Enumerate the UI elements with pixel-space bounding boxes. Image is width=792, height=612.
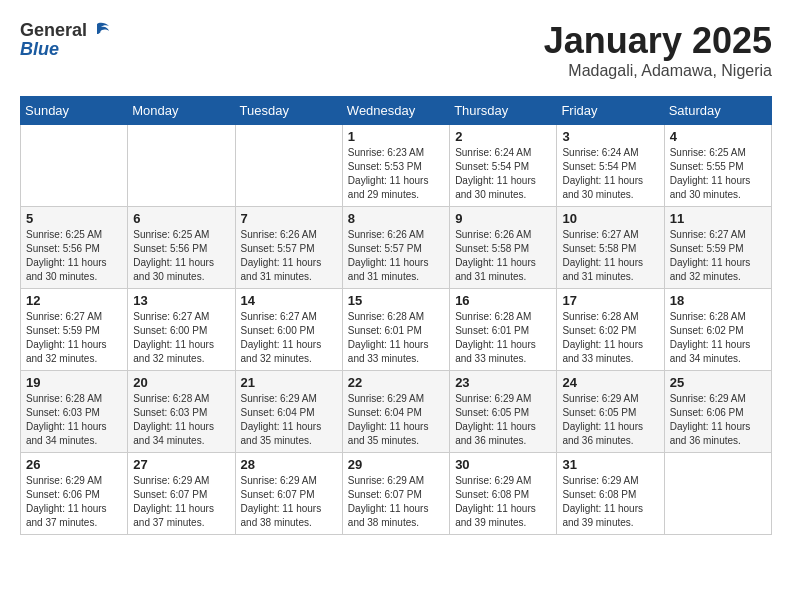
day-number: 17 [562, 293, 658, 308]
calendar-cell: 12 Sunrise: 6:27 AMSunset: 5:59 PMDaylig… [21, 289, 128, 371]
calendar-cell: 31 Sunrise: 6:29 AMSunset: 6:08 PMDaylig… [557, 453, 664, 535]
day-number: 24 [562, 375, 658, 390]
calendar-cell: 27 Sunrise: 6:29 AMSunset: 6:07 PMDaylig… [128, 453, 235, 535]
day-number: 16 [455, 293, 551, 308]
day-info: Sunrise: 6:29 AMSunset: 6:06 PMDaylight:… [670, 393, 751, 446]
logo-blue-text: Blue [20, 40, 111, 60]
logo-bird-icon [89, 20, 111, 42]
calendar-cell [235, 125, 342, 207]
day-number: 7 [241, 211, 337, 226]
weekday-header-monday: Monday [128, 97, 235, 125]
logo: General Blue [20, 20, 111, 60]
calendar-cell: 1 Sunrise: 6:23 AMSunset: 5:53 PMDayligh… [342, 125, 449, 207]
day-number: 4 [670, 129, 766, 144]
calendar-cell: 8 Sunrise: 6:26 AMSunset: 5:57 PMDayligh… [342, 207, 449, 289]
day-number: 12 [26, 293, 122, 308]
calendar-cell: 11 Sunrise: 6:27 AMSunset: 5:59 PMDaylig… [664, 207, 771, 289]
day-info: Sunrise: 6:27 AMSunset: 5:58 PMDaylight:… [562, 229, 643, 282]
calendar-cell: 15 Sunrise: 6:28 AMSunset: 6:01 PMDaylig… [342, 289, 449, 371]
calendar-cell: 3 Sunrise: 6:24 AMSunset: 5:54 PMDayligh… [557, 125, 664, 207]
day-number: 19 [26, 375, 122, 390]
day-info: Sunrise: 6:27 AMSunset: 6:00 PMDaylight:… [241, 311, 322, 364]
day-info: Sunrise: 6:27 AMSunset: 5:59 PMDaylight:… [26, 311, 107, 364]
day-info: Sunrise: 6:24 AMSunset: 5:54 PMDaylight:… [455, 147, 536, 200]
day-info: Sunrise: 6:28 AMSunset: 6:01 PMDaylight:… [455, 311, 536, 364]
month-title: January 2025 [544, 20, 772, 62]
calendar-cell: 5 Sunrise: 6:25 AMSunset: 5:56 PMDayligh… [21, 207, 128, 289]
calendar-cell: 18 Sunrise: 6:28 AMSunset: 6:02 PMDaylig… [664, 289, 771, 371]
day-number: 5 [26, 211, 122, 226]
day-info: Sunrise: 6:29 AMSunset: 6:05 PMDaylight:… [562, 393, 643, 446]
day-info: Sunrise: 6:29 AMSunset: 6:05 PMDaylight:… [455, 393, 536, 446]
day-info: Sunrise: 6:23 AMSunset: 5:53 PMDaylight:… [348, 147, 429, 200]
calendar-week-row: 5 Sunrise: 6:25 AMSunset: 5:56 PMDayligh… [21, 207, 772, 289]
calendar-cell: 14 Sunrise: 6:27 AMSunset: 6:00 PMDaylig… [235, 289, 342, 371]
day-info: Sunrise: 6:25 AMSunset: 5:56 PMDaylight:… [133, 229, 214, 282]
day-info: Sunrise: 6:29 AMSunset: 6:04 PMDaylight:… [241, 393, 322, 446]
day-number: 15 [348, 293, 444, 308]
weekday-header-row: SundayMondayTuesdayWednesdayThursdayFrid… [21, 97, 772, 125]
day-info: Sunrise: 6:24 AMSunset: 5:54 PMDaylight:… [562, 147, 643, 200]
weekday-header-wednesday: Wednesday [342, 97, 449, 125]
calendar-cell: 16 Sunrise: 6:28 AMSunset: 6:01 PMDaylig… [450, 289, 557, 371]
day-info: Sunrise: 6:26 AMSunset: 5:58 PMDaylight:… [455, 229, 536, 282]
calendar-cell: 17 Sunrise: 6:28 AMSunset: 6:02 PMDaylig… [557, 289, 664, 371]
day-number: 26 [26, 457, 122, 472]
weekday-header-friday: Friday [557, 97, 664, 125]
day-info: Sunrise: 6:28 AMSunset: 6:03 PMDaylight:… [26, 393, 107, 446]
calendar-cell: 21 Sunrise: 6:29 AMSunset: 6:04 PMDaylig… [235, 371, 342, 453]
day-info: Sunrise: 6:29 AMSunset: 6:08 PMDaylight:… [562, 475, 643, 528]
day-info: Sunrise: 6:26 AMSunset: 5:57 PMDaylight:… [241, 229, 322, 282]
day-number: 13 [133, 293, 229, 308]
calendar-week-row: 12 Sunrise: 6:27 AMSunset: 5:59 PMDaylig… [21, 289, 772, 371]
weekday-header-saturday: Saturday [664, 97, 771, 125]
day-number: 14 [241, 293, 337, 308]
day-number: 6 [133, 211, 229, 226]
calendar-cell: 9 Sunrise: 6:26 AMSunset: 5:58 PMDayligh… [450, 207, 557, 289]
day-number: 21 [241, 375, 337, 390]
day-number: 29 [348, 457, 444, 472]
calendar-cell: 30 Sunrise: 6:29 AMSunset: 6:08 PMDaylig… [450, 453, 557, 535]
day-info: Sunrise: 6:29 AMSunset: 6:06 PMDaylight:… [26, 475, 107, 528]
calendar-cell: 7 Sunrise: 6:26 AMSunset: 5:57 PMDayligh… [235, 207, 342, 289]
calendar-cell: 23 Sunrise: 6:29 AMSunset: 6:05 PMDaylig… [450, 371, 557, 453]
day-info: Sunrise: 6:26 AMSunset: 5:57 PMDaylight:… [348, 229, 429, 282]
day-number: 25 [670, 375, 766, 390]
weekday-header-sunday: Sunday [21, 97, 128, 125]
day-number: 9 [455, 211, 551, 226]
calendar-cell: 13 Sunrise: 6:27 AMSunset: 6:00 PMDaylig… [128, 289, 235, 371]
calendar-cell: 4 Sunrise: 6:25 AMSunset: 5:55 PMDayligh… [664, 125, 771, 207]
calendar-table: SundayMondayTuesdayWednesdayThursdayFrid… [20, 96, 772, 535]
day-number: 23 [455, 375, 551, 390]
day-number: 3 [562, 129, 658, 144]
calendar-cell: 10 Sunrise: 6:27 AMSunset: 5:58 PMDaylig… [557, 207, 664, 289]
calendar-cell: 25 Sunrise: 6:29 AMSunset: 6:06 PMDaylig… [664, 371, 771, 453]
calendar-cell: 2 Sunrise: 6:24 AMSunset: 5:54 PMDayligh… [450, 125, 557, 207]
location-text: Madagali, Adamawa, Nigeria [544, 62, 772, 80]
day-info: Sunrise: 6:28 AMSunset: 6:02 PMDaylight:… [670, 311, 751, 364]
page-header: General Blue January 2025 Madagali, Adam… [20, 20, 772, 80]
day-number: 28 [241, 457, 337, 472]
weekday-header-thursday: Thursday [450, 97, 557, 125]
day-number: 2 [455, 129, 551, 144]
day-info: Sunrise: 6:29 AMSunset: 6:07 PMDaylight:… [241, 475, 322, 528]
day-info: Sunrise: 6:25 AMSunset: 5:55 PMDaylight:… [670, 147, 751, 200]
day-info: Sunrise: 6:29 AMSunset: 6:08 PMDaylight:… [455, 475, 536, 528]
calendar-cell: 29 Sunrise: 6:29 AMSunset: 6:07 PMDaylig… [342, 453, 449, 535]
day-info: Sunrise: 6:27 AMSunset: 5:59 PMDaylight:… [670, 229, 751, 282]
calendar-cell: 19 Sunrise: 6:28 AMSunset: 6:03 PMDaylig… [21, 371, 128, 453]
calendar-week-row: 26 Sunrise: 6:29 AMSunset: 6:06 PMDaylig… [21, 453, 772, 535]
day-number: 27 [133, 457, 229, 472]
calendar-cell: 24 Sunrise: 6:29 AMSunset: 6:05 PMDaylig… [557, 371, 664, 453]
calendar-week-row: 1 Sunrise: 6:23 AMSunset: 5:53 PMDayligh… [21, 125, 772, 207]
calendar-cell: 26 Sunrise: 6:29 AMSunset: 6:06 PMDaylig… [21, 453, 128, 535]
day-number: 22 [348, 375, 444, 390]
day-number: 20 [133, 375, 229, 390]
calendar-cell [128, 125, 235, 207]
logo-general-text: General [20, 21, 87, 41]
calendar-cell: 28 Sunrise: 6:29 AMSunset: 6:07 PMDaylig… [235, 453, 342, 535]
day-number: 11 [670, 211, 766, 226]
day-info: Sunrise: 6:28 AMSunset: 6:01 PMDaylight:… [348, 311, 429, 364]
calendar-week-row: 19 Sunrise: 6:28 AMSunset: 6:03 PMDaylig… [21, 371, 772, 453]
day-number: 30 [455, 457, 551, 472]
